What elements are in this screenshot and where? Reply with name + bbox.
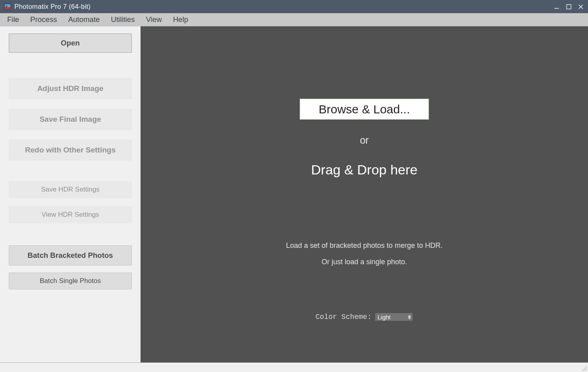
svg-rect-1 bbox=[5, 4, 10, 7]
menu-automate[interactable]: Automate bbox=[68, 15, 100, 24]
color-scheme-row: Color Scheme: Light bbox=[316, 313, 413, 321]
save-hdr-settings-button[interactable]: Save HDR Settings bbox=[9, 181, 132, 198]
title-bar: Photomatix Pro 7 (64-bit) bbox=[0, 0, 588, 13]
window-controls bbox=[553, 3, 585, 11]
menu-process[interactable]: Process bbox=[30, 15, 57, 24]
maximize-button[interactable] bbox=[565, 3, 573, 11]
save-final-button[interactable]: Save Final Image bbox=[9, 109, 132, 130]
minimize-button[interactable] bbox=[553, 3, 561, 11]
info-text-2: Or just load a single photo. bbox=[322, 258, 407, 266]
drag-drop-label: Drag & Drop here bbox=[311, 162, 417, 178]
menu-view[interactable]: View bbox=[146, 15, 162, 24]
svg-rect-3 bbox=[6, 6, 7, 7]
sidebar: Open Adjust HDR Image Save Final Image R… bbox=[0, 26, 141, 362]
info-text-1: Load a set of bracketed photos to merge … bbox=[286, 241, 443, 250]
status-bar bbox=[0, 362, 588, 372]
adjust-hdr-button[interactable]: Adjust HDR Image bbox=[9, 78, 132, 99]
redo-button[interactable]: Redo with Other Settings bbox=[9, 140, 132, 160]
menu-bar: File Process Automate Utilities View Hel… bbox=[0, 13, 588, 26]
svg-line-10 bbox=[585, 369, 587, 371]
browse-load-button[interactable]: Browse & Load... bbox=[300, 99, 429, 120]
open-button[interactable]: Open bbox=[9, 34, 132, 53]
main-drop-area[interactable]: Browse & Load... or Drag & Drop here Loa… bbox=[141, 26, 588, 362]
menu-utilities[interactable]: Utilities bbox=[111, 15, 135, 24]
window-title: Photomatix Pro 7 (64-bit) bbox=[14, 3, 553, 10]
app-icon bbox=[4, 3, 11, 10]
batch-bracketed-button[interactable]: Batch Bracketed Photos bbox=[9, 245, 132, 265]
color-scheme-label: Color Scheme: bbox=[316, 313, 371, 321]
menu-help[interactable]: Help bbox=[173, 15, 188, 24]
menu-file[interactable]: File bbox=[7, 15, 19, 24]
svg-line-9 bbox=[584, 368, 587, 371]
resize-grip-icon[interactable] bbox=[581, 365, 587, 371]
or-label: or bbox=[360, 135, 369, 146]
updown-icon bbox=[408, 315, 411, 319]
view-hdr-settings-button[interactable]: View HDR Settings bbox=[9, 206, 132, 223]
color-scheme-select[interactable]: Light bbox=[375, 313, 413, 321]
color-scheme-value: Light bbox=[377, 314, 391, 321]
close-button[interactable] bbox=[577, 3, 585, 11]
svg-rect-5 bbox=[567, 4, 571, 9]
batch-single-button[interactable]: Batch Single Photos bbox=[9, 273, 132, 289]
svg-rect-2 bbox=[5, 7, 10, 10]
workspace: Open Adjust HDR Image Save Final Image R… bbox=[0, 26, 588, 362]
